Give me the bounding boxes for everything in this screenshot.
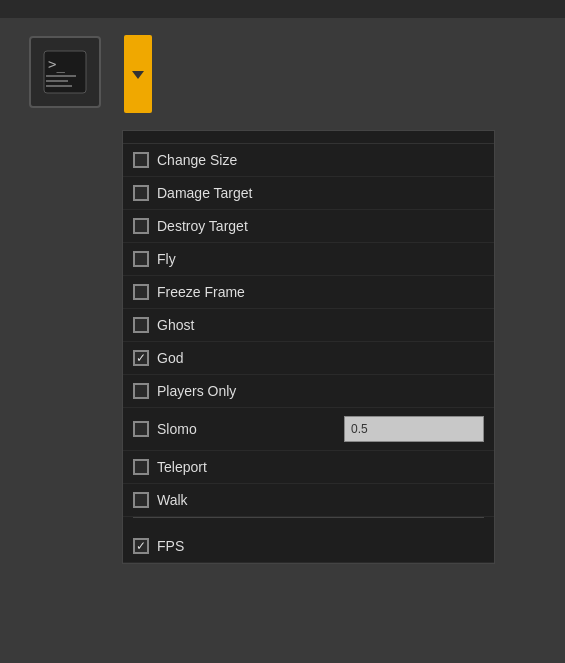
dropdown-panel: Change SizeDamage TargetDestroy TargetFl… xyxy=(122,130,495,564)
menu-item[interactable]: Teleport xyxy=(123,451,494,484)
checkbox-slomo[interactable] xyxy=(133,421,149,437)
checkbox-freeze-frame[interactable] xyxy=(133,284,149,300)
menu-item-label: Ghost xyxy=(157,317,194,333)
checkbox-fly[interactable] xyxy=(133,251,149,267)
app-icon-container: >_ xyxy=(10,36,120,112)
checkbox-players-only[interactable] xyxy=(133,383,149,399)
menu-item[interactable]: Walk xyxy=(123,484,494,517)
menu-item-label: Players Only xyxy=(157,383,236,399)
menu-item[interactable]: Ghost xyxy=(123,309,494,342)
checkbox-fps[interactable]: ✓ xyxy=(133,538,149,554)
checkbox-change-size[interactable] xyxy=(133,152,149,168)
svg-text:>_: >_ xyxy=(48,56,65,73)
menu-item[interactable]: Fly xyxy=(123,243,494,276)
slomo-input[interactable] xyxy=(344,416,484,442)
svg-rect-2 xyxy=(46,75,76,77)
menu-item-label: Slomo xyxy=(157,421,197,437)
app-header: >_ xyxy=(0,18,565,130)
checkbox-damage-target[interactable] xyxy=(133,185,149,201)
svg-rect-3 xyxy=(46,80,68,82)
custom-items-container: ✓FPS xyxy=(123,530,494,563)
checkbox-ghost[interactable] xyxy=(133,317,149,333)
menu-items-container: Change SizeDamage TargetDestroy TargetFl… xyxy=(123,144,494,517)
menu-item-label: Freeze Frame xyxy=(157,284,245,300)
menu-item-label: Fly xyxy=(157,251,176,267)
menu-item[interactable]: Damage Target xyxy=(123,177,494,210)
checkbox-walk[interactable] xyxy=(133,492,149,508)
checkbox-teleport[interactable] xyxy=(133,459,149,475)
top-bar xyxy=(0,0,565,18)
menu-item-label: Damage Target xyxy=(157,185,252,201)
svg-rect-4 xyxy=(46,85,72,87)
menu-item[interactable]: ✓God xyxy=(123,342,494,375)
section-header xyxy=(123,131,494,144)
menu-item[interactable]: Change Size xyxy=(123,144,494,177)
menu-item[interactable]: Destroy Target xyxy=(123,210,494,243)
custom-item-label: FPS xyxy=(157,538,184,554)
menu-item[interactable]: Players Only xyxy=(123,375,494,408)
menu-item-label: God xyxy=(157,350,183,366)
app-icon: >_ xyxy=(29,36,101,108)
menu-item-label: Change Size xyxy=(157,152,237,168)
menu-item[interactable]: Slomo xyxy=(123,408,494,451)
custom-section-header xyxy=(123,518,494,530)
checkbox-destroy-target[interactable] xyxy=(133,218,149,234)
svg-marker-5 xyxy=(132,71,144,79)
menu-item[interactable]: Freeze Frame xyxy=(123,276,494,309)
dropdown-toggle-button[interactable] xyxy=(124,35,152,113)
custom-menu-item[interactable]: ✓FPS xyxy=(123,530,494,563)
checkbox-god[interactable]: ✓ xyxy=(133,350,149,366)
menu-item-label: Destroy Target xyxy=(157,218,248,234)
menu-item-label: Walk xyxy=(157,492,188,508)
menu-item-label: Teleport xyxy=(157,459,207,475)
